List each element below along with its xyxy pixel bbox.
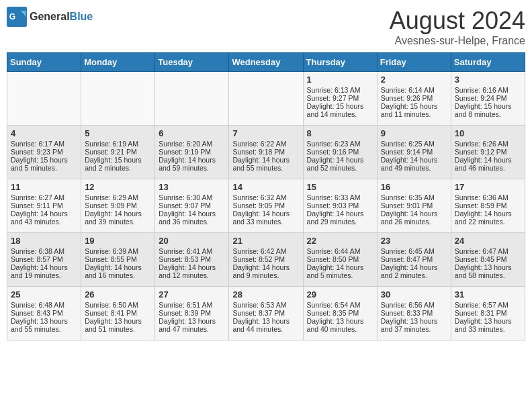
sunset-text: Sunset: 9:23 PM bbox=[11, 148, 63, 156]
calendar-day-cell: 15Sunrise: 6:33 AMSunset: 9:03 PMDayligh… bbox=[303, 179, 377, 233]
sunset-text: Sunset: 9:21 PM bbox=[85, 148, 137, 156]
logo: G GeneralBlue bbox=[7, 7, 93, 27]
sunset-text: Sunset: 8:39 PM bbox=[159, 309, 211, 317]
calendar-day-cell: 22Sunrise: 6:44 AMSunset: 8:50 PMDayligh… bbox=[303, 233, 377, 287]
calendar-day-cell bbox=[81, 72, 155, 126]
day-number: 13 bbox=[159, 182, 225, 192]
calendar-day-cell bbox=[229, 72, 303, 126]
sunset-text: Sunset: 8:31 PM bbox=[455, 309, 507, 317]
sunset-text: Sunset: 8:59 PM bbox=[455, 201, 507, 210]
calendar-table: SundayMondayTuesdayWednesdayThursdayFrid… bbox=[7, 52, 525, 340]
day-number: 25 bbox=[11, 289, 77, 300]
calendar-day-cell: 19Sunrise: 6:39 AMSunset: 8:55 PMDayligh… bbox=[81, 233, 155, 287]
logo-general-text: General bbox=[30, 11, 70, 22]
sunrise-text: Sunrise: 6:26 AM bbox=[455, 140, 508, 148]
sunrise-text: Sunrise: 6:45 AM bbox=[381, 247, 435, 255]
sunrise-text: Sunrise: 6:44 AM bbox=[307, 247, 361, 255]
daylight-text: Daylight: 13 hours and 37 minutes. bbox=[381, 317, 438, 333]
calendar-week-row: 1Sunrise: 6:13 AMSunset: 9:27 PMDaylight… bbox=[7, 72, 525, 126]
sunrise-text: Sunrise: 6:13 AM bbox=[307, 86, 361, 94]
sunrise-text: Sunrise: 6:32 AM bbox=[232, 193, 286, 201]
sunset-text: Sunset: 9:18 PM bbox=[232, 148, 285, 156]
day-number: 4 bbox=[11, 128, 77, 138]
calendar-day-cell: 18Sunrise: 6:38 AMSunset: 8:57 PMDayligh… bbox=[7, 233, 81, 287]
daylight-text: Daylight: 14 hours and 36 minutes. bbox=[159, 210, 216, 226]
sunrise-text: Sunrise: 6:56 AM bbox=[381, 301, 435, 309]
calendar-day-cell: 6Sunrise: 6:20 AMSunset: 9:19 PMDaylight… bbox=[155, 126, 229, 179]
day-number: 27 bbox=[159, 289, 225, 300]
daylight-text: Daylight: 14 hours and 39 minutes. bbox=[85, 210, 142, 226]
daylight-text: Daylight: 14 hours and 5 minutes. bbox=[307, 263, 364, 279]
calendar-day-cell: 10Sunrise: 6:26 AMSunset: 9:12 PMDayligh… bbox=[451, 126, 525, 179]
daylight-text: Daylight: 13 hours and 40 minutes. bbox=[307, 317, 364, 333]
calendar-day-cell: 8Sunrise: 6:23 AMSunset: 9:16 PMDaylight… bbox=[303, 126, 377, 179]
sunset-text: Sunset: 9:03 PM bbox=[307, 201, 359, 210]
sunrise-text: Sunrise: 6:47 AM bbox=[455, 247, 508, 255]
calendar-day-cell: 5Sunrise: 6:19 AMSunset: 9:21 PMDaylight… bbox=[81, 126, 155, 179]
calendar-day-cell: 29Sunrise: 6:54 AMSunset: 8:35 PMDayligh… bbox=[303, 287, 377, 340]
day-number: 12 bbox=[85, 182, 151, 192]
day-number: 16 bbox=[381, 182, 447, 192]
calendar-week-row: 4Sunrise: 6:17 AMSunset: 9:23 PMDaylight… bbox=[7, 126, 525, 179]
calendar-day-cell: 28Sunrise: 6:53 AMSunset: 8:37 PMDayligh… bbox=[229, 287, 303, 340]
sunrise-text: Sunrise: 6:25 AM bbox=[381, 140, 435, 148]
sunrise-text: Sunrise: 6:16 AM bbox=[455, 86, 508, 94]
calendar-day-cell: 17Sunrise: 6:36 AMSunset: 8:59 PMDayligh… bbox=[451, 179, 525, 233]
daylight-text: Daylight: 14 hours and 43 minutes. bbox=[11, 210, 68, 226]
logo-icon: G bbox=[7, 7, 27, 27]
daylight-text: Daylight: 13 hours and 58 minutes. bbox=[455, 263, 512, 279]
day-number: 19 bbox=[85, 236, 151, 246]
daylight-text: Daylight: 13 hours and 33 minutes. bbox=[455, 317, 512, 333]
sunrise-text: Sunrise: 6:42 AM bbox=[232, 247, 286, 255]
sunset-text: Sunset: 8:33 PM bbox=[381, 309, 433, 317]
sunset-text: Sunset: 9:24 PM bbox=[455, 94, 507, 102]
calendar-day-cell: 27Sunrise: 6:51 AMSunset: 8:39 PMDayligh… bbox=[155, 287, 229, 340]
calendar-day-cell: 4Sunrise: 6:17 AMSunset: 9:23 PMDaylight… bbox=[7, 126, 81, 179]
day-number: 9 bbox=[381, 128, 447, 138]
day-of-week-header: Sunday bbox=[7, 53, 81, 72]
daylight-text: Daylight: 14 hours and 59 minutes. bbox=[159, 156, 216, 172]
calendar-week-row: 18Sunrise: 6:38 AMSunset: 8:57 PMDayligh… bbox=[7, 233, 525, 287]
day-of-week-header: Monday bbox=[81, 53, 155, 72]
daylight-text: Daylight: 14 hours and 19 minutes. bbox=[11, 263, 68, 279]
calendar-day-cell: 1Sunrise: 6:13 AMSunset: 9:27 PMDaylight… bbox=[303, 72, 377, 126]
calendar-day-cell: 3Sunrise: 6:16 AMSunset: 9:24 PMDaylight… bbox=[451, 72, 525, 126]
daylight-text: Daylight: 15 hours and 5 minutes. bbox=[11, 156, 68, 172]
daylight-text: Daylight: 15 hours and 11 minutes. bbox=[381, 102, 438, 118]
sunset-text: Sunset: 9:05 PM bbox=[232, 201, 285, 210]
calendar-day-cell: 14Sunrise: 6:32 AMSunset: 9:05 PMDayligh… bbox=[229, 179, 303, 233]
day-number: 8 bbox=[307, 128, 373, 138]
day-of-week-header: Wednesday bbox=[229, 53, 303, 72]
sunrise-text: Sunrise: 6:36 AM bbox=[455, 193, 508, 201]
calendar-day-cell: 31Sunrise: 6:57 AMSunset: 8:31 PMDayligh… bbox=[451, 287, 525, 340]
sunrise-text: Sunrise: 6:30 AM bbox=[159, 193, 212, 201]
calendar-day-cell: 7Sunrise: 6:22 AMSunset: 9:18 PMDaylight… bbox=[229, 126, 303, 179]
sunrise-text: Sunrise: 6:29 AM bbox=[85, 193, 138, 201]
daylight-text: Daylight: 14 hours and 55 minutes. bbox=[232, 156, 290, 172]
sunset-text: Sunset: 8:35 PM bbox=[307, 309, 359, 317]
sunset-text: Sunset: 8:45 PM bbox=[455, 255, 507, 263]
day-number: 23 bbox=[381, 236, 447, 246]
sunset-text: Sunset: 9:16 PM bbox=[307, 148, 359, 156]
daylight-text: Daylight: 14 hours and 26 minutes. bbox=[381, 210, 438, 226]
sunset-text: Sunset: 9:14 PM bbox=[381, 148, 433, 156]
sunrise-text: Sunrise: 6:19 AM bbox=[85, 140, 138, 148]
day-of-week-header: Saturday bbox=[451, 53, 525, 72]
sunrise-text: Sunrise: 6:57 AM bbox=[455, 301, 508, 309]
sunset-text: Sunset: 8:50 PM bbox=[307, 255, 359, 263]
daylight-text: Daylight: 14 hours and 46 minutes. bbox=[455, 156, 512, 172]
day-of-week-header: Friday bbox=[377, 53, 451, 72]
calendar-day-cell: 23Sunrise: 6:45 AMSunset: 8:47 PMDayligh… bbox=[377, 233, 451, 287]
sunrise-text: Sunrise: 6:23 AM bbox=[307, 140, 361, 148]
day-number: 14 bbox=[232, 182, 299, 192]
day-number: 6 bbox=[159, 128, 225, 138]
sunset-text: Sunset: 9:19 PM bbox=[159, 148, 211, 156]
location-subtitle: Avesnes-sur-Helpe, France bbox=[390, 35, 525, 47]
sunrise-text: Sunrise: 6:17 AM bbox=[11, 140, 64, 148]
day-number: 11 bbox=[11, 182, 77, 192]
calendar-day-cell: 25Sunrise: 6:48 AMSunset: 8:43 PMDayligh… bbox=[7, 287, 81, 340]
day-number: 29 bbox=[307, 289, 373, 300]
sunset-text: Sunset: 9:07 PM bbox=[159, 201, 211, 210]
day-number: 22 bbox=[307, 236, 373, 246]
daylight-text: Daylight: 14 hours and 52 minutes. bbox=[307, 156, 364, 172]
